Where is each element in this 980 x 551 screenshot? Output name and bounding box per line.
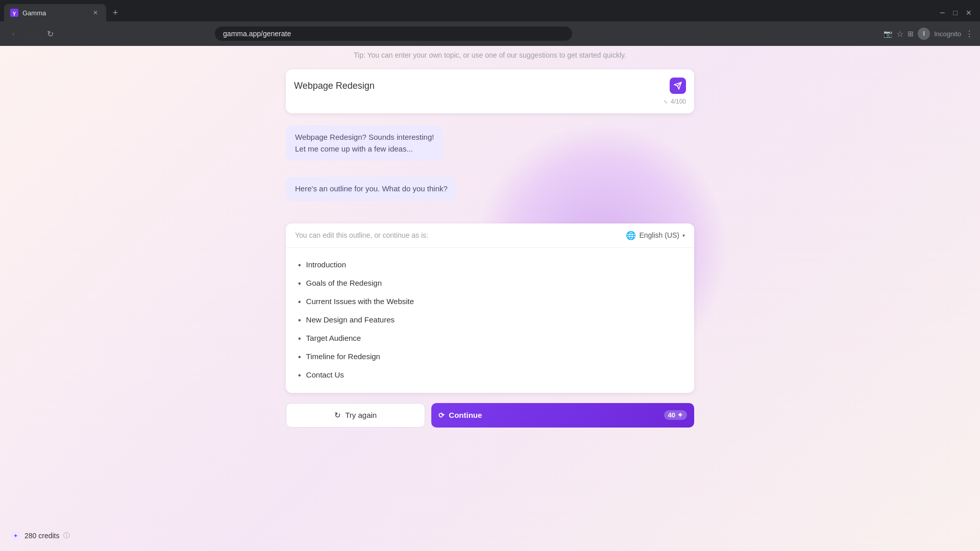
continue-button[interactable]: ⟳ Continue 40 ✦ bbox=[431, 403, 694, 428]
chevron-down-icon: ▾ bbox=[682, 233, 685, 238]
chat-bubble-2-wrapper: Here's an outline for you. What do you t… bbox=[286, 177, 694, 213]
outline-list-item[interactable]: Introduction bbox=[298, 256, 682, 274]
minimize-icon[interactable]: − bbox=[940, 8, 945, 18]
content-wrapper: Tip: You can enter your own topic, or us… bbox=[286, 46, 694, 428]
tip-text: Tip: You can enter your own topic, or us… bbox=[354, 51, 626, 59]
chat-bubble-2-text: Here's an outline for you. What do you t… bbox=[295, 183, 448, 195]
browser-chrome: γ Gamma ✕ + − □ ✕ ‹ › ↻ 📷 ☆ ⊞ I Incognit… bbox=[0, 0, 980, 46]
address-bar-row: ‹ › ↻ 📷 ☆ ⊞ I Incognito ⋮ bbox=[0, 21, 980, 46]
try-again-label: Try again bbox=[345, 411, 377, 419]
outline-list-item[interactable]: Current Issues with the Website bbox=[298, 293, 682, 311]
char-counter: 4/100 bbox=[671, 98, 686, 105]
credits-info-icon[interactable]: ⓘ bbox=[63, 531, 70, 540]
outline-hint: You can edit this outline, or continue a… bbox=[295, 231, 428, 239]
language-selector[interactable]: 🌐 English (US) ▾ bbox=[626, 231, 685, 240]
close-window-icon[interactable]: ✕ bbox=[966, 9, 972, 17]
back-button[interactable]: ‹ bbox=[6, 27, 20, 41]
credits-coin-icon: ✦ bbox=[10, 531, 20, 541]
chat-bubble-1-line2: Let me come up with a few ideas... bbox=[295, 143, 434, 155]
tab-close-button[interactable]: ✕ bbox=[91, 8, 100, 17]
action-buttons: ↻ Try again ⟳ Continue 40 ✦ bbox=[286, 403, 694, 428]
topic-input-value[interactable]: Webpage Redesign bbox=[294, 81, 670, 91]
topic-input-container: Webpage Redesign ⤡ 4/100 bbox=[286, 69, 694, 113]
camera-icon: 📷 bbox=[884, 30, 892, 38]
refresh-icon: ↻ bbox=[334, 411, 341, 420]
main-content: Tip: You can enter your own topic, or us… bbox=[0, 46, 980, 551]
chat-bubble-1: Webpage Redesign? Sounds interesting! Le… bbox=[286, 126, 443, 161]
chat-bubble-1-line1: Webpage Redesign? Sounds interesting! bbox=[295, 132, 434, 143]
credits-cost-badge: 40 ✦ bbox=[664, 410, 687, 420]
tab-bar: γ Gamma ✕ + − □ ✕ bbox=[0, 0, 980, 21]
outline-list-item[interactable]: Timeline for Redesign bbox=[298, 348, 682, 366]
active-tab[interactable]: γ Gamma ✕ bbox=[4, 4, 106, 21]
outline-list-item[interactable]: New Design and Features bbox=[298, 311, 682, 330]
forward-button[interactable]: › bbox=[24, 27, 39, 41]
credits-text: 280 credits bbox=[24, 532, 59, 540]
globe-icon: 🌐 bbox=[626, 231, 636, 240]
continue-label: Continue bbox=[449, 411, 482, 419]
refresh-button[interactable]: ↻ bbox=[43, 27, 57, 41]
send-button[interactable] bbox=[670, 78, 686, 94]
outline-list[interactable]: IntroductionGoals of the RedesignCurrent… bbox=[286, 248, 694, 393]
try-again-button[interactable]: ↻ Try again bbox=[286, 403, 425, 428]
language-label: English (US) bbox=[639, 231, 679, 239]
outline-header: You can edit this outline, or continue a… bbox=[286, 223, 694, 248]
extension-icon: ⊞ bbox=[908, 30, 914, 38]
new-tab-button[interactable]: + bbox=[108, 6, 122, 20]
incognito-label: Incognito bbox=[934, 30, 961, 38]
menu-button[interactable]: ⋮ bbox=[965, 29, 974, 39]
outline-list-item[interactable]: Contact Us bbox=[298, 366, 682, 385]
footer-credits: ✦ 280 credits ⓘ bbox=[10, 531, 70, 541]
chat-bubble-2: Here's an outline for you. What do you t… bbox=[286, 177, 457, 201]
resize-icon: ⤡ bbox=[664, 99, 668, 105]
credits-cost-value: 40 bbox=[668, 411, 675, 419]
outline-list-item[interactable]: Target Audience bbox=[298, 330, 682, 348]
tab-favicon: γ bbox=[10, 9, 18, 17]
browser-toolbar: 📷 ☆ ⊞ I Incognito ⋮ bbox=[884, 28, 974, 40]
star-icon[interactable]: ☆ bbox=[896, 29, 903, 39]
outline-list-item[interactable]: Goals of the Redesign bbox=[298, 274, 682, 293]
chat-bubble-1-wrapper: Webpage Redesign? Sounds interesting! Le… bbox=[286, 126, 694, 169]
restore-icon[interactable]: □ bbox=[953, 9, 958, 17]
credits-star-icon: ✦ bbox=[677, 411, 683, 419]
outline-container: You can edit this outline, or continue a… bbox=[286, 223, 694, 393]
continue-spinner-icon: ⟳ bbox=[438, 411, 445, 419]
profile-icon[interactable]: I bbox=[918, 28, 930, 40]
address-input[interactable] bbox=[215, 27, 572, 41]
tab-title: Gamma bbox=[22, 9, 46, 17]
